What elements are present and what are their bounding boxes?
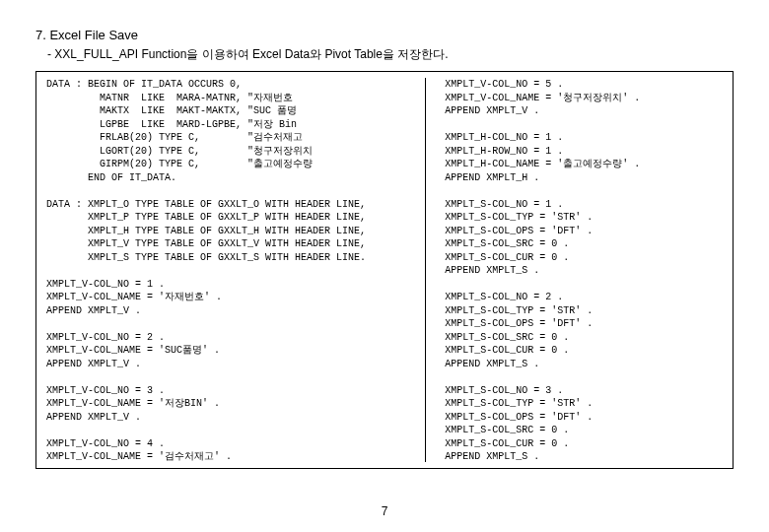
column-divider [425,78,426,462]
document-page: 7. Excel File Save - XXL_FULL_API Functi… [0,0,769,479]
page-number: 7 [0,504,769,518]
section-heading: 7. Excel File Save [35,28,734,42]
section-subheading: - XXL_FULL_API Function을 이용하여 Excel Data… [47,46,734,63]
code-column-left: DATA : BEGIN OF IT_DATA OCCURS 0, MATNR … [46,78,433,462]
code-listing-box: DATA : BEGIN OF IT_DATA OCCURS 0, MATNR … [35,71,734,469]
code-column-right: XMPLT_V-COL_NO = 5 . XMPLT_V-COL_NAME = … [433,78,723,462]
code-columns: DATA : BEGIN OF IT_DATA OCCURS 0, MATNR … [46,78,723,462]
